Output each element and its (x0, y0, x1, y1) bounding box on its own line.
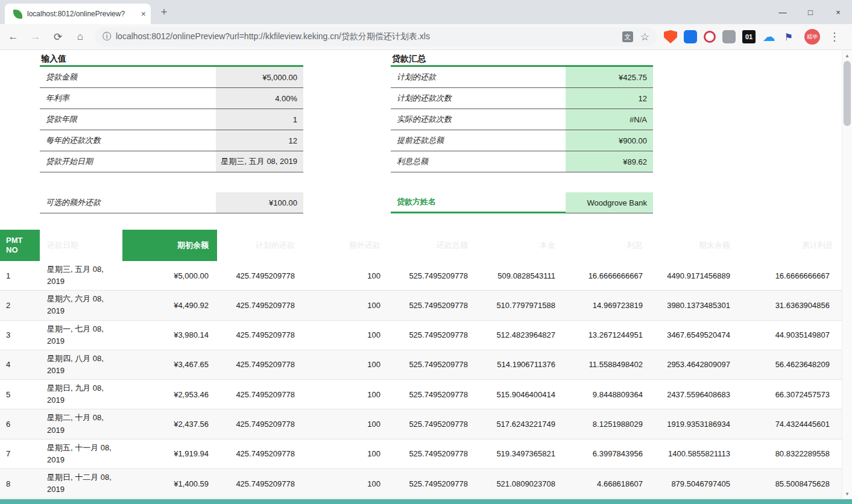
spacer (40, 172, 303, 192)
table-cell: 14.969723819 (564, 291, 651, 320)
table-cell: 425.7495209778 (217, 261, 303, 290)
input-row: 每年的还款次数 12 (40, 130, 303, 151)
table-cell: 6.3997843956 (564, 439, 651, 468)
spacer (391, 172, 653, 192)
ring-extension-icon[interactable] (704, 31, 716, 43)
page-info-icon[interactable]: ⓘ (103, 31, 111, 42)
table-row: 6星期二, 十月 08, 2019¥2,437.56425.7495209778… (0, 409, 842, 439)
table-cell: 3 (0, 321, 40, 350)
table-cell: 525.7495209778 (389, 469, 476, 498)
bottom-accent-bar (0, 499, 852, 504)
close-button[interactable]: × (824, 0, 852, 24)
reload-icon[interactable]: ⟳ (49, 28, 67, 46)
flag-extension-icon[interactable]: ⚑ (782, 30, 795, 43)
summary-label: 计划的还款次数 (391, 88, 566, 109)
browser-menu-icon[interactable]: ⋮ (829, 30, 840, 43)
summary-row: 提前还款总额 ¥900.00 (391, 130, 653, 151)
table-cell: 525.7495209778 (389, 409, 476, 438)
input-label: 可选的额外还款 (40, 192, 216, 213)
table-cell: 100 (303, 439, 389, 468)
table-header-cell: 期末余额 (651, 230, 739, 261)
scroll-up-icon[interactable]: ▲ (842, 51, 852, 60)
minimize-button[interactable]: — (769, 0, 797, 24)
translate-icon[interactable]: 文 (622, 31, 633, 42)
summary-value: ¥900.00 (566, 130, 653, 151)
extension-row: 01 ☁ ⚑ 精华 ⋮ (664, 29, 847, 45)
table-cell: 80.8322289558 (739, 439, 842, 468)
table-cell: 1400.5855821113 (651, 439, 739, 468)
profile-avatar[interactable]: 精华 (804, 29, 820, 45)
table-cell: 66.3072457573 (739, 380, 842, 409)
table-cell: ¥3,467.65 (122, 350, 217, 379)
back-icon[interactable]: ← (4, 28, 22, 46)
table-cell: 16.6666666667 (739, 261, 842, 290)
forward-icon[interactable]: → (27, 28, 45, 46)
table-cell: ¥2,437.56 (122, 409, 217, 438)
table-cell: 44.9035149807 (739, 321, 842, 350)
input-value: 1 (216, 109, 303, 130)
table-cell: 425.7495209778 (217, 409, 303, 438)
input-value: 12 (216, 130, 303, 151)
table-cell: 525.7495209778 (389, 439, 476, 468)
table-cell: 3980.1373485301 (651, 291, 739, 320)
input-row: 贷款年限 1 (40, 109, 303, 130)
tab-close-icon[interactable]: × (141, 10, 146, 18)
table-cell: 星期五, 十一月 08, 2019 (40, 439, 122, 468)
maximize-button[interactable]: □ (797, 0, 824, 24)
table-cell: 星期日, 十二月 08, 2019 (40, 469, 122, 498)
table-cell: 星期四, 八月 08, 2019 (40, 350, 122, 379)
table-header-cell: 计划的还款 (217, 230, 303, 261)
url-text: localhost:8012/onlinePreview?url=http://… (116, 31, 616, 42)
input-row: 贷款金额 ¥5,000.00 (40, 67, 303, 88)
omnibox-actions: 文 ☆ (622, 31, 649, 43)
table-header-cell: PMT NO (0, 230, 40, 261)
table-cell: 13.2671244951 (564, 321, 651, 350)
table-cell: ¥5,000.00 (122, 261, 217, 290)
table-cell: 6 (0, 409, 40, 438)
summary-label: 提前还款总额 (391, 130, 566, 151)
vertical-scrollbar[interactable]: ▲ ▼ (842, 50, 852, 499)
table-cell: 8 (0, 469, 40, 498)
table-cell: 1 (0, 261, 40, 290)
table-cell: ¥2,953.46 (122, 380, 217, 409)
table-cell: 16.6666666667 (564, 261, 651, 290)
blue-extension-icon[interactable] (684, 30, 697, 43)
table-header-cell: 期初余额 (122, 230, 217, 261)
input-label: 贷款金额 (40, 67, 216, 87)
leaf-favicon-icon (13, 10, 22, 19)
table-cell: 525.7495209778 (389, 350, 476, 379)
table-cell: 8.1251988029 (564, 409, 651, 438)
input-section-title: 输入值 (40, 52, 303, 67)
scroll-down-icon[interactable]: ▼ (842, 489, 852, 499)
table-cell: 3467.6549520474 (651, 321, 739, 350)
scrollbar-thumb[interactable] (844, 61, 851, 126)
table-cell: 4 (0, 350, 40, 379)
home-icon[interactable]: ⌂ (71, 28, 89, 46)
table-cell: 9.8448809364 (564, 380, 651, 409)
table-header-cell: 本金 (476, 230, 564, 261)
input-label: 贷款开始日期 (40, 151, 216, 172)
table-cell: 11.5588498402 (564, 350, 651, 379)
badge-01-extension-icon[interactable]: 01 (742, 30, 756, 43)
table-cell: 100 (303, 291, 389, 320)
address-bar[interactable]: ⓘ localhost:8012/onlinePreview?url=http:… (95, 27, 657, 46)
cloud-extension-icon[interactable]: ☁ (762, 30, 775, 43)
table-cell: 星期六, 六月 08, 2019 (40, 291, 122, 320)
table-cell: 509.0828543111 (476, 261, 564, 290)
browser-tab[interactable]: localhost:8012/onlinePreview? × (5, 4, 151, 24)
table-header-cell: 利息 (564, 230, 651, 261)
bookmark-star-icon[interactable]: ☆ (640, 31, 649, 43)
table-cell: 1919.9353186934 (651, 409, 739, 438)
table-cell: ¥4,490.92 (122, 291, 217, 320)
shield-extension-icon[interactable] (664, 30, 677, 43)
summary-row: 计划的还款 ¥425.75 (391, 67, 653, 88)
input-values-section: 输入值 贷款金额 ¥5,000.00 年利率 4.00% 贷款年限 1 每年的还… (40, 52, 303, 213)
new-tab-button[interactable]: + (157, 5, 171, 20)
table-cell: 425.7495209778 (217, 439, 303, 468)
table-cell: 525.7495209778 (389, 321, 476, 350)
table-cell: 星期二, 十月 08, 2019 (40, 409, 122, 438)
input-row: 贷款开始日期 星期三, 五月 08, 2019 (40, 151, 303, 172)
summary-value: ¥89.62 (566, 151, 653, 172)
gray-extension-icon[interactable] (722, 30, 736, 43)
table-cell: 31.6363904856 (739, 291, 842, 320)
